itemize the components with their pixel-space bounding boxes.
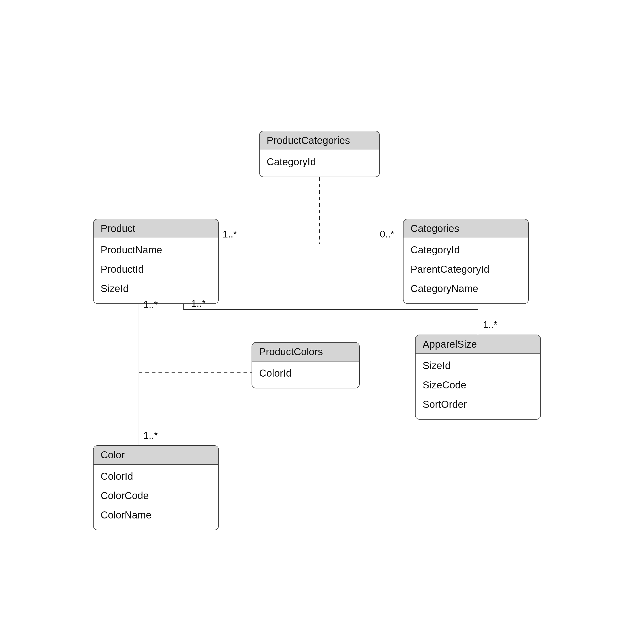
entity-attr: ProductName bbox=[101, 240, 211, 260]
entity-product-categories: ProductCategories CategoryId bbox=[259, 131, 380, 177]
entity-attr: ColorName bbox=[101, 505, 211, 525]
entity-title: ApparelSize bbox=[416, 335, 540, 354]
entity-attr: ParentCategoryId bbox=[411, 260, 521, 279]
entity-attr: SortOrder bbox=[423, 395, 533, 414]
entity-categories: Categories CategoryId ParentCategoryId C… bbox=[403, 219, 529, 304]
uml-canvas: ProductCategories CategoryId Product Pro… bbox=[0, 0, 644, 644]
entity-product: Product ProductName ProductId SizeId bbox=[93, 219, 219, 304]
entity-attr: CategoryId bbox=[411, 240, 521, 260]
mult-product-size-left: 1..* bbox=[191, 298, 206, 309]
entity-attr: SizeId bbox=[423, 356, 533, 375]
mult-product-categories-left: 1..* bbox=[223, 229, 237, 240]
entity-attr: ProductId bbox=[101, 260, 211, 279]
entity-product-colors: ProductColors ColorId bbox=[252, 342, 360, 388]
entity-attr: SizeCode bbox=[423, 375, 533, 395]
entity-attr: CategoryName bbox=[411, 279, 521, 298]
connectors bbox=[0, 0, 644, 644]
entity-title: Categories bbox=[404, 219, 528, 238]
mult-product-size-right: 1..* bbox=[483, 319, 497, 330]
mult-product-color-top: 1..* bbox=[143, 299, 158, 310]
mult-product-categories-right: 0..* bbox=[380, 229, 394, 240]
entity-attr: ColorId bbox=[101, 467, 211, 486]
entity-title: Product bbox=[94, 219, 218, 238]
entity-apparel-size: ApparelSize SizeId SizeCode SortOrder bbox=[415, 335, 541, 420]
entity-title: ProductCategories bbox=[260, 131, 379, 150]
entity-attr: ColorId bbox=[259, 364, 352, 383]
entity-attr: CategoryId bbox=[267, 152, 372, 172]
entity-attr: SizeId bbox=[101, 279, 211, 298]
entity-title: Color bbox=[94, 446, 218, 465]
mult-product-color-bottom: 1..* bbox=[143, 430, 158, 441]
entity-title: ProductColors bbox=[252, 343, 359, 361]
entity-attr: ColorCode bbox=[101, 486, 211, 505]
entity-color: Color ColorId ColorCode ColorName bbox=[93, 445, 219, 530]
